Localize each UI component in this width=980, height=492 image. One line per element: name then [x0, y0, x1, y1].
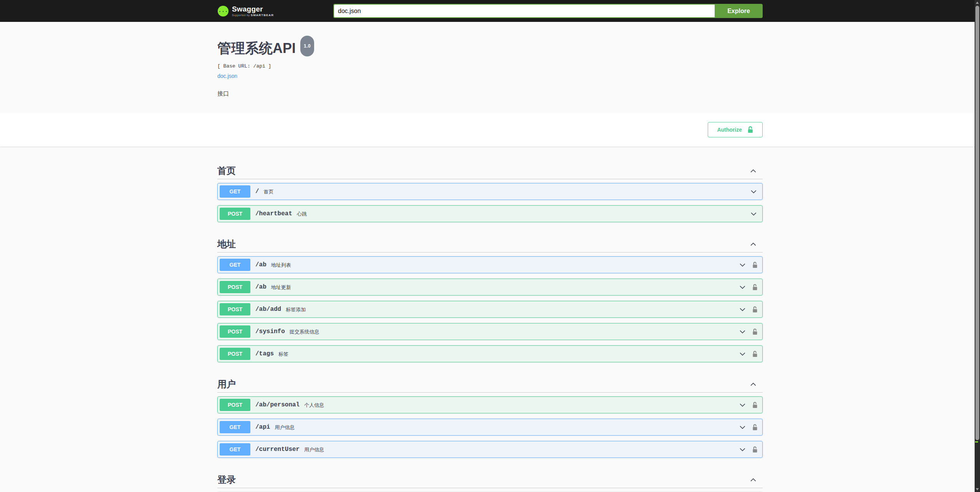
method-badge: GET [220, 259, 250, 271]
operation-path: /currentUser [255, 446, 300, 453]
lock-icon[interactable] [752, 446, 758, 453]
lock-icon[interactable] [752, 351, 758, 357]
section-title: 首页 [217, 165, 236, 177]
explore-button[interactable]: Explore [715, 4, 763, 18]
svg-text:{···}: {···} [217, 8, 229, 15]
operation-path: /ab [255, 261, 267, 268]
section-header[interactable]: 登录 [217, 469, 763, 488]
chevron-down-icon [738, 446, 747, 454]
swagger-wordmark: Swagger [232, 5, 274, 13]
chevron-down-icon [738, 401, 747, 409]
chevron-up-icon [749, 380, 757, 388]
scrollbar-marker [975, 441, 978, 442]
section-rows: POST /ab/personal 个人信息 GET /api 用户信息 [217, 396, 763, 458]
authorize-button[interactable]: Authorize [708, 122, 763, 137]
scrollbar-up-arrow[interactable] [976, 2, 979, 4]
section-header[interactable]: 首页 [217, 160, 763, 179]
page-title: 管理系统API1.0 [217, 39, 763, 62]
section-rows: GET /ab 地址列表 POST /ab 地址更新 POST [217, 256, 763, 362]
operation-row[interactable]: POST /sysinfo 提交系统信息 [217, 323, 763, 340]
lock-icon[interactable] [752, 329, 758, 335]
base-url: [ Base URL: /api ] [217, 63, 763, 69]
api-tag-section: 登录 POST /login 登录 POST /loginstatus 登录状态 [217, 463, 763, 492]
operation-row[interactable]: GET / 首页 [217, 183, 763, 200]
lock-icon[interactable] [752, 262, 758, 268]
swagger-logo-icon: {···} [217, 5, 229, 17]
operation-summary: 个人信息 [304, 401, 324, 409]
api-tag-section: 用户 POST /ab/personal 个人信息 GET /api 用户信息 [217, 368, 763, 458]
section-title: 地址 [217, 238, 236, 250]
section-rows: GET / 首页 POST /heartbeat 心跳 [217, 183, 763, 222]
scheme-container: Authorize [0, 113, 980, 147]
operation-row[interactable]: GET /ab 地址列表 [217, 256, 763, 273]
swagger-logo: {···} Swagger Supported by SMARTBEAR [217, 5, 274, 17]
api-tag-section: 地址 GET /ab 地址列表 POST /ab 地址更新 [217, 228, 763, 362]
api-description: 接口 [217, 90, 763, 97]
method-badge: POST [220, 348, 250, 360]
chevron-down-icon [738, 423, 747, 431]
operation-row[interactable]: GET /api 用户信息 [217, 419, 763, 436]
method-badge: POST [220, 399, 250, 411]
operation-summary: 首页 [264, 188, 274, 195]
chevron-down-icon [738, 328, 747, 336]
operation-row[interactable]: POST /tags 标签 [217, 345, 763, 362]
method-badge: GET [220, 421, 250, 433]
operation-summary: 地址列表 [271, 261, 291, 269]
method-badge: GET [220, 185, 250, 198]
api-tag-section: 首页 GET / 首页 POST /heartbeat 心跳 [217, 154, 763, 222]
method-badge: POST [220, 303, 250, 315]
smartbear-credit: Supported by SMARTBEAR [232, 14, 274, 17]
section-title: 登录 [217, 474, 236, 485]
operation-row[interactable]: POST /ab/add 标签添加 [217, 301, 763, 318]
operation-path: /sysinfo [255, 328, 285, 335]
chevron-up-icon [749, 240, 757, 248]
lock-icon[interactable] [752, 424, 758, 431]
operation-path: /heartbeat [255, 210, 292, 217]
method-badge: POST [220, 325, 250, 338]
operations-list: 首页 GET / 首页 POST /heartbeat 心跳 [217, 147, 763, 492]
chevron-down-icon [738, 305, 747, 314]
operation-row[interactable]: POST /heartbeat 心跳 [217, 205, 763, 222]
lock-icon[interactable] [752, 402, 758, 408]
operation-row[interactable]: POST /ab/personal 个人信息 [217, 396, 763, 413]
operation-row[interactable]: GET /currentUser 用户信息 [217, 441, 763, 458]
section-title: 用户 [217, 378, 236, 390]
authorize-label: Authorize [717, 127, 742, 132]
lock-icon[interactable] [752, 306, 758, 313]
chevron-up-icon [749, 167, 757, 175]
section-header[interactable]: 用户 [217, 373, 763, 393]
operation-summary: 心跳 [297, 210, 307, 218]
operation-summary: 用户信息 [275, 424, 295, 431]
operation-path: /ab [255, 284, 267, 291]
version-badge: 1.0 [300, 36, 314, 56]
chevron-up-icon [749, 476, 757, 484]
operation-summary: 标签 [278, 350, 288, 358]
topbar: {···} Swagger Supported by SMARTBEAR Exp… [0, 0, 980, 22]
operation-row[interactable]: POST /ab 地址更新 [217, 279, 763, 296]
spec-url-input[interactable] [333, 4, 715, 18]
spec-url-form: Explore [333, 4, 763, 18]
spec-link[interactable]: doc.json [217, 73, 237, 79]
section-header[interactable]: 地址 [217, 233, 763, 253]
operation-summary: 提交系统信息 [290, 328, 319, 335]
method-badge: GET [220, 443, 250, 456]
vertical-scrollbar[interactable] [975, 0, 980, 492]
api-info-section: 管理系统API1.0 [ Base URL: /api ] doc.json 接… [0, 22, 980, 113]
method-badge: POST [220, 281, 250, 293]
operation-path: /ab/add [255, 306, 281, 313]
operation-path: / [255, 188, 259, 195]
operation-path: /api [255, 424, 270, 431]
chevron-down-icon [738, 350, 747, 358]
chevron-down-icon [738, 261, 747, 269]
operation-summary: 地址更新 [271, 284, 291, 291]
operation-summary: 用户信息 [304, 446, 324, 453]
lock-icon[interactable] [752, 284, 758, 291]
chevron-down-icon [750, 188, 758, 196]
scrollbar-down-arrow[interactable] [976, 488, 979, 490]
unlock-icon [747, 126, 753, 133]
chevron-down-icon [750, 210, 758, 218]
method-badge: POST [220, 208, 250, 220]
operation-path: /ab/personal [255, 401, 300, 408]
operation-path: /tags [255, 350, 274, 357]
scrollbar-thumb[interactable] [975, 6, 979, 440]
